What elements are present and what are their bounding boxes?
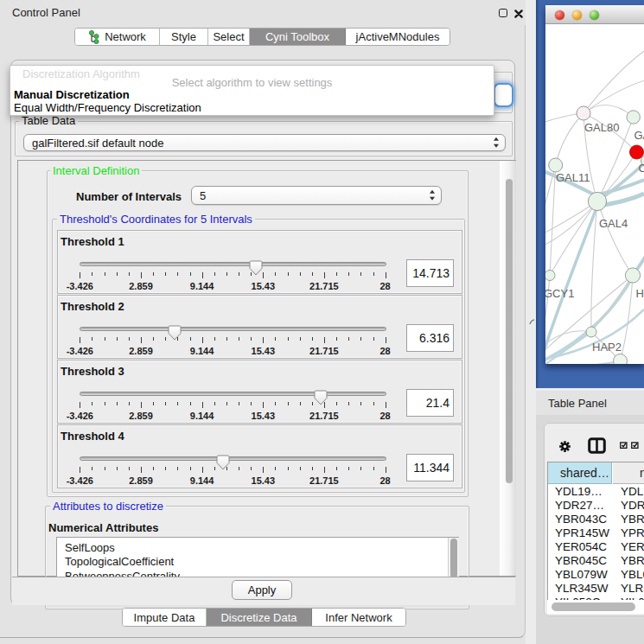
svg-text:GA: GA [634, 129, 644, 142]
svg-text:HAP2: HAP2 [592, 341, 622, 354]
svg-text:GAL4: GAL4 [599, 217, 628, 230]
svg-text:GCY1: GCY1 [545, 287, 574, 300]
svg-text:GAL11: GAL11 [556, 171, 590, 184]
svg-text:C: C [639, 162, 644, 175]
svg-text:GAL80: GAL80 [584, 121, 619, 134]
svg-text:H: H [636, 287, 644, 300]
